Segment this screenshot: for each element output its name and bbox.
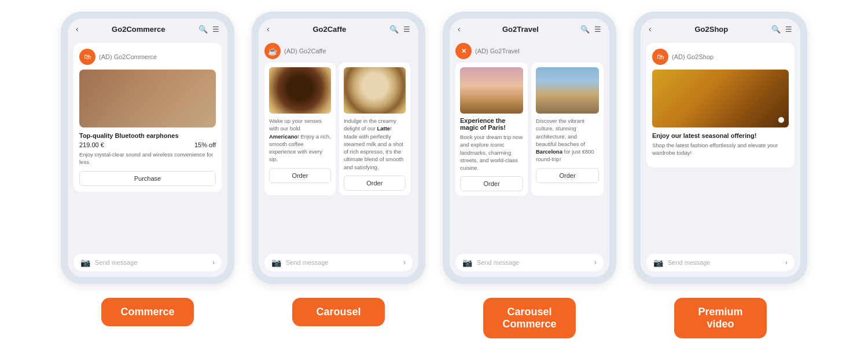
video-play-dot [778,117,784,123]
phone-content-commerce: 🛍 (AD) Go2Commerce Top-quality Bluetooth… [68,38,227,249]
caffe-image-latte [344,67,406,114]
phone-header-shop: ‹ Go2Shop 🔍 ☰ [641,19,800,38]
phone-screen-premium-video: ‹ Go2Shop 🔍 ☰ 🛍 (AD) Go2Shop [641,19,800,277]
menu-icon-commerce[interactable]: ☰ [212,25,219,34]
back-icon-travel[interactable]: ‹ [458,24,461,34]
label-button-premium-video[interactable]: Premium video [674,298,767,338]
travel-cards: Experience the magic of Paris! Book your… [455,63,604,196]
phone-screen-carousel-commerce: ‹ Go2Travel 🔍 ☰ ✕ (AD) Go2Travel [450,19,609,277]
back-icon-commerce[interactable]: ‹ [76,24,79,34]
header-icons-carousel: 🔍 ☰ [389,25,410,34]
search-icon-carousel[interactable]: 🔍 [389,25,399,34]
phone-footer-shop: 📷 Send message › [641,249,800,277]
header-icons-travel: 🔍 ☰ [580,25,601,34]
phone-header-commerce: ‹ Go2Commerce 🔍 ☰ [68,19,227,38]
purchase-button-commerce[interactable]: Purchase [79,171,216,186]
order-button-americano[interactable]: Order [269,168,331,183]
phone-content-carousel: ☕ (AD) Go2Caffe Wake up your senses with… [259,38,418,249]
ad-sender-commerce: 🛍 (AD) Go2Commerce [79,49,216,65]
carousel-card-americano: Wake up your senses with our bold Americ… [264,63,336,195]
label-button-commerce[interactable]: Commerce [101,298,194,326]
camera-icon-carousel[interactable]: 📷 [271,258,281,267]
menu-icon-shop[interactable]: ☰ [785,25,792,34]
search-icon-travel[interactable]: 🔍 [580,25,590,34]
phone-column-premium-video: ‹ Go2Shop 🔍 ☰ 🛍 (AD) Go2Shop [634,12,807,338]
product-title-commerce: Top-quality Bluetooth earphones [79,132,216,139]
menu-icon-carousel[interactable]: ☰ [403,25,410,34]
ad-name-commerce: (AD) Go2Commerce [99,53,157,60]
product-desc-shop: Shop the latest fashion effortlessly and… [652,141,789,157]
message-input-shop[interactable]: Send message [668,259,781,266]
send-icon-commerce[interactable]: › [212,258,215,267]
phone-column-carousel: ‹ Go2Caffe 🔍 ☰ ☕ (AD) Go2Caffe [252,12,425,326]
menu-icon-travel[interactable]: ☰ [594,25,601,34]
chat-message-commerce: 🛍 (AD) Go2Commerce Top-quality Bluetooth… [73,43,222,192]
product-price-commerce: 219.00 € [79,141,104,148]
phone-column-carousel-commerce: ‹ Go2Travel 🔍 ☰ ✕ (AD) Go2Travel [443,12,616,338]
caffe-desc-americano: Wake up your senses with our bold Americ… [269,117,331,163]
send-icon-carousel[interactable]: › [403,258,406,267]
camera-icon-shop[interactable]: 📷 [653,258,663,267]
video-image-shop [652,70,789,127]
phone-content-travel: ✕ (AD) Go2Travel Experience the magic of… [450,38,609,249]
carousel-cards-caffe: Wake up your senses with our bold Americ… [264,63,413,195]
send-icon-shop[interactable]: › [785,258,788,267]
phone-screen-carousel: ‹ Go2Caffe 🔍 ☰ ☕ (AD) Go2Caffe [259,19,418,277]
search-icon-shop[interactable]: 🔍 [771,25,781,34]
caffe-desc-latte: Indulge in the creamy delight of our Lat… [344,117,406,171]
chat-message-shop: 🛍 (AD) Go2Shop Enjoy our latest seasonal… [646,43,795,167]
travel-title-paris: Experience the magic of Paris! [460,117,523,131]
app-title-carousel: Go2Caffe [312,25,346,34]
phone-header-carousel: ‹ Go2Caffe 🔍 ☰ [259,19,418,38]
product-title-shop: Enjoy our latest seasonal offering! [652,132,789,139]
caffe-image-americano [269,67,331,114]
message-input-carousel[interactable]: Send message [286,259,399,266]
message-input-bar-shop: 📷 Send message › [646,254,795,271]
app-title-travel: Go2Travel [502,25,539,34]
product-price-row-commerce: 219.00 € 15% off [79,141,216,148]
ad-sender-travel: ✕ (AD) Go2Travel [455,43,604,59]
search-icon-commerce[interactable]: 🔍 [198,25,208,34]
header-icons-shop: 🔍 ☰ [771,25,792,34]
ad-avatar-shop: 🛍 [652,49,668,65]
phone-frame-premium-video: ‹ Go2Shop 🔍 ☰ 🛍 (AD) Go2Shop [634,12,807,284]
send-icon-travel[interactable]: › [594,258,597,267]
phone-column-commerce: ‹ Go2Commerce 🔍 ☰ 🛍 (AD) Go2Commerce [61,12,234,326]
phone-screen-commerce: ‹ Go2Commerce 🔍 ☰ 🛍 (AD) Go2Commerce [68,19,227,277]
order-button-latte[interactable]: Order [344,176,406,191]
message-input-travel[interactable]: Send message [477,259,590,266]
message-input-bar-carousel: 📷 Send message › [264,254,413,271]
camera-icon-travel[interactable]: 📷 [462,258,472,267]
carousel-card-latte: Indulge in the creamy delight of our Lat… [339,63,410,195]
back-icon-carousel[interactable]: ‹ [267,24,270,34]
ad-avatar-caffe: ☕ [264,43,281,59]
ad-sender-caffe: ☕ (AD) Go2Caffe [264,43,413,59]
message-input-commerce[interactable]: Send message [95,259,208,266]
phone-footer-carousel: 📷 Send message › [259,249,418,277]
order-button-paris[interactable]: Order [460,176,523,191]
travel-card-barcelona: Discover the vibrant culture, stunning a… [531,63,604,196]
app-title-shop: Go2Shop [694,25,728,34]
header-icons-commerce: 🔍 ☰ [198,25,219,34]
phone-content-shop: 🛍 (AD) Go2Shop Enjoy our latest seasonal… [641,38,800,249]
travel-desc-paris: Book your dream trip now and explore ico… [460,133,523,172]
ad-name-travel: (AD) Go2Travel [475,48,520,54]
product-discount-commerce: 15% off [194,141,216,148]
phones-container: ‹ Go2Commerce 🔍 ☰ 🛍 (AD) Go2Commerce [61,12,807,338]
phone-header-travel: ‹ Go2Travel 🔍 ☰ [450,19,609,38]
phone-frame-carousel: ‹ Go2Caffe 🔍 ☰ ☕ (AD) Go2Caffe [252,12,425,284]
phone-frame-commerce: ‹ Go2Commerce 🔍 ☰ 🛍 (AD) Go2Commerce [61,12,234,284]
label-button-carousel[interactable]: Carousel [292,298,385,326]
travel-image-barcelona [536,67,599,114]
product-desc-commerce: Enjoy crystal-clear sound and wireless c… [79,151,216,166]
order-button-barcelona[interactable]: Order [536,168,599,183]
camera-icon-commerce[interactable]: 📷 [80,258,90,267]
label-button-carousel-commerce[interactable]: Carousel Commerce [483,298,576,338]
ad-name-shop: (AD) Go2Shop [672,53,713,60]
back-icon-shop[interactable]: ‹ [649,24,652,34]
travel-desc-barcelona: Discover the vibrant culture, stunning a… [536,117,599,163]
phone-frame-carousel-commerce: ‹ Go2Travel 🔍 ☰ ✕ (AD) Go2Travel [443,12,616,284]
phone-footer-travel: 📷 Send message › [450,249,609,277]
product-image-commerce [79,70,216,127]
app-title-commerce: Go2Commerce [112,25,165,34]
